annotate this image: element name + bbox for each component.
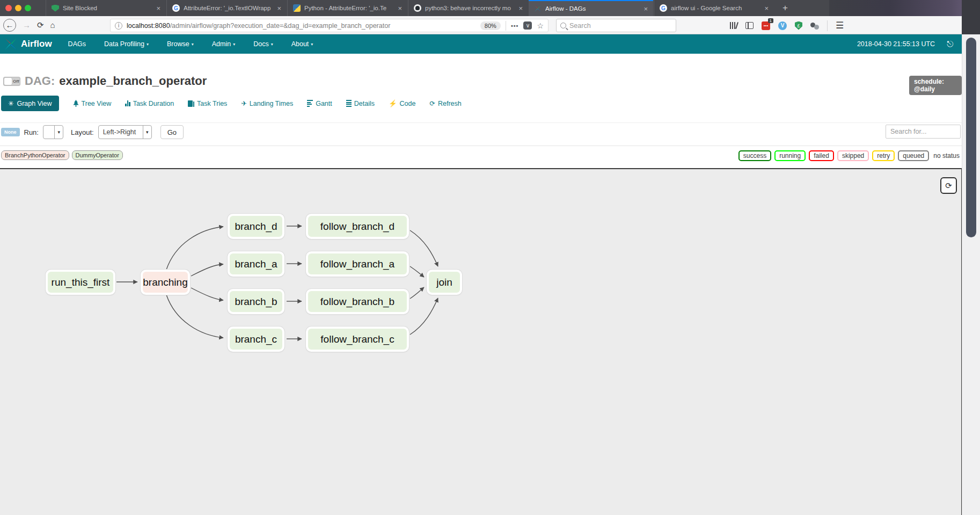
nav-item-dags[interactable]: DAGs	[68, 40, 86, 48]
layout-select[interactable]: Left->Right ▾	[98, 125, 152, 139]
task-node-branch-c[interactable]: branch_c	[228, 327, 284, 352]
tab-python-attributeerror[interactable]: Python - AttributeError: '_io.Te ×	[287, 0, 407, 16]
shield-favicon-icon	[52, 5, 59, 12]
forward-button[interactable]: →	[23, 20, 31, 30]
library-icon[interactable]	[730, 22, 737, 29]
book-chart-icon	[188, 100, 194, 107]
site-info-icon[interactable]: i	[115, 22, 122, 30]
nav-item-docs[interactable]: Docs▾	[253, 40, 273, 48]
reload-button[interactable]: ⟳	[37, 20, 44, 30]
blue-extension-icon[interactable]: V	[778, 21, 787, 30]
tab-close-icon[interactable]: ×	[155, 4, 162, 12]
search-input[interactable]	[569, 22, 661, 30]
task-node-branch-d[interactable]: branch_d	[228, 214, 284, 239]
airflow-navbar: Airflow DAGs Data Profiling▾ Browse▾ Adm…	[0, 34, 962, 54]
bookmark-star-icon[interactable]: ☆	[537, 21, 544, 30]
task-duration-button[interactable]: Task Duration	[125, 100, 174, 107]
airflow-logo-icon	[4, 37, 18, 51]
nav-item-data-profiling[interactable]: Data Profiling▾	[104, 40, 149, 48]
macos-close-button[interactable]	[5, 5, 12, 11]
run-select[interactable]: ▾	[43, 125, 63, 139]
browser-toolbar: ← → ⟳ ⌂ i localhost:8080/admin/airflow/g…	[0, 16, 980, 34]
tab-close-icon[interactable]: ×	[763, 4, 770, 12]
task-node-follow-branch-b[interactable]: follow_branch_b	[306, 289, 409, 314]
chevron-down-icon: ▾	[54, 126, 63, 139]
nav-item-browse[interactable]: Browse▾	[167, 40, 194, 48]
legend-dummyoperator: DummyOperator	[72, 150, 123, 160]
tab-close-icon[interactable]: ×	[517, 4, 524, 12]
scrollbar-thumb[interactable]	[966, 38, 976, 237]
chevron-down-icon: ▾	[143, 126, 151, 139]
dag-pause-toggle[interactable]: Off	[3, 77, 20, 86]
tab-attributeerror-search[interactable]: G AttributeError: '_io.TextIOWrapp ×	[166, 0, 287, 16]
task-node-follow-branch-a[interactable]: follow_branch_a	[306, 251, 409, 277]
brand-label: Airflow	[21, 39, 52, 49]
sidebar-icon[interactable]	[745, 22, 754, 29]
go-button[interactable]: Go	[160, 125, 184, 139]
task-node-follow-branch-c[interactable]: follow_branch_c	[306, 327, 409, 352]
chevron-down-icon: ▾	[271, 42, 273, 47]
details-button[interactable]: Details	[346, 100, 375, 107]
graph-refresh-button[interactable]: ⟳	[940, 177, 957, 194]
macos-fullscreen-button[interactable]	[25, 5, 31, 11]
task-node-branching[interactable]: branching	[141, 270, 190, 295]
tab-title: airflow ui - Google Search	[671, 5, 759, 11]
nav-item-about[interactable]: About▾	[291, 40, 313, 48]
github-favicon-icon	[414, 4, 421, 12]
legend-branchpythonoperator: BranchPythonOperator	[1, 150, 69, 160]
url-bar[interactable]: i localhost:8080/admin/airflow/graph?exe…	[110, 19, 548, 32]
gantt-button[interactable]: Gantt	[307, 100, 332, 107]
tab-airflow-ui-search[interactable]: G airflow ui - Google Search ×	[654, 0, 774, 16]
status-retry: retry	[872, 150, 895, 161]
shield-extension-icon[interactable]: £	[795, 21, 802, 30]
page-actions-icon[interactable]: •••	[511, 23, 519, 29]
menu-hamburger-icon[interactable]: ☰	[836, 20, 844, 31]
airflow-brand[interactable]: Airflow	[4, 37, 52, 51]
code-button[interactable]: ⚡ Code	[389, 99, 416, 107]
tab-title: Site Blocked	[63, 5, 151, 11]
divider	[827, 20, 828, 31]
dag-graph-canvas[interactable]: run_this_first branching branch_d follow…	[0, 168, 962, 515]
task-node-follow-branch-d[interactable]: follow_branch_d	[306, 214, 409, 239]
task-node-run-this-first[interactable]: run_this_first	[46, 270, 115, 295]
status-success: success	[738, 150, 771, 161]
graph-view-icon: ✳	[8, 99, 13, 107]
tab-close-icon[interactable]: ×	[642, 5, 649, 13]
task-node-branch-b[interactable]: branch_b	[228, 289, 284, 314]
airflow-page: Off DAG: example_branch_operator schedul…	[0, 54, 962, 515]
bolt-icon: ⚡	[389, 99, 397, 107]
operator-legend: BranchPythonOperator DummyOperator	[1, 150, 123, 160]
bar-chart-icon	[125, 100, 130, 106]
adblock-extension-icon[interactable]: ••• 1	[762, 21, 770, 30]
home-button[interactable]: ⌂	[50, 20, 55, 30]
zoom-level-badge[interactable]: 80%	[480, 21, 501, 30]
task-node-branch-a[interactable]: branch_a	[228, 251, 284, 277]
back-button[interactable]: ←	[3, 19, 16, 32]
page-title: example_branch_operator	[59, 74, 207, 88]
nav-item-admin[interactable]: Admin▾	[212, 40, 235, 48]
landing-times-button[interactable]: ✈ Landing Times	[241, 99, 293, 107]
tab-close-icon[interactable]: ×	[397, 4, 403, 12]
ghostery-extension-icon[interactable]	[810, 21, 819, 30]
tab-github-behave[interactable]: python3: behave incorrectly mo ×	[408, 0, 528, 16]
browser-search-field[interactable]	[556, 19, 676, 32]
run-label: Run:	[24, 128, 39, 136]
task-search-input[interactable]	[886, 125, 961, 139]
pocket-icon[interactable]: v	[523, 21, 532, 30]
plane-icon: ✈	[241, 99, 246, 107]
macos-minimize-button[interactable]	[15, 5, 21, 11]
tab-close-icon[interactable]: ×	[276, 4, 282, 12]
align-left-icon	[307, 100, 313, 107]
refresh-link-button[interactable]: ⟳ Refresh	[429, 99, 461, 107]
task-tries-button[interactable]: Task Tries	[188, 100, 227, 107]
refresh-icon: ⟳	[945, 181, 952, 191]
tab-airflow-dags-active[interactable]: Airflow - DAGs ×	[529, 0, 653, 16]
task-node-join[interactable]: join	[427, 270, 462, 295]
dag-title-row: Off DAG: example_branch_operator	[3, 74, 207, 88]
tree-view-button[interactable]: Tree View	[73, 100, 112, 107]
graph-view-button[interactable]: ✳ Graph View	[1, 96, 59, 111]
tab-site-blocked[interactable]: Site Blocked ×	[46, 0, 166, 16]
new-tab-button[interactable]: +	[777, 0, 793, 16]
chevron-down-icon: ▾	[192, 42, 194, 47]
logout-icon[interactable]: ⎋	[947, 39, 953, 49]
